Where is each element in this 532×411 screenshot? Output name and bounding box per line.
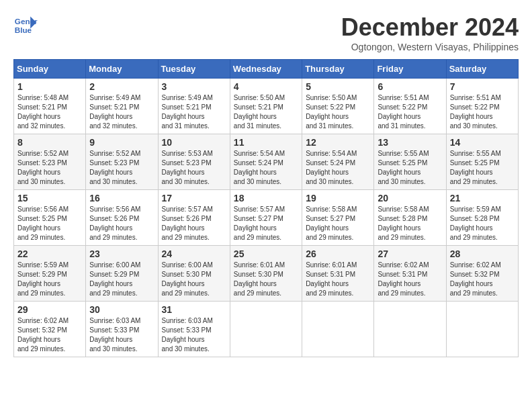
weekday-header-row: SundayMondayTuesdayWednesdayThursdayFrid… — [14, 60, 519, 79]
day-info: Sunrise: 5:58 AMSunset: 5:28 PMDaylight … — [378, 205, 429, 241]
day-number: 29 — [17, 304, 82, 315]
calendar-cell: 13 Sunrise: 5:55 AMSunset: 5:25 PMDaylig… — [374, 134, 446, 190]
day-number: 31 — [162, 304, 226, 315]
calendar-week-row: 8 Sunrise: 5:52 AMSunset: 5:23 PMDayligh… — [14, 134, 519, 190]
day-info: Sunrise: 5:51 AMSunset: 5:22 PMDaylight … — [378, 94, 429, 130]
weekday-header-monday: Monday — [86, 60, 158, 79]
day-number: 5 — [306, 81, 370, 92]
day-number: 10 — [162, 137, 226, 148]
calendar-cell: 31 Sunrise: 6:03 AMSunset: 5:33 PMDaylig… — [158, 302, 230, 357]
weekday-header-tuesday: Tuesday — [158, 60, 230, 79]
day-number: 16 — [89, 193, 154, 203]
day-info: Sunrise: 5:54 AMSunset: 5:24 PMDaylight … — [234, 150, 285, 185]
day-number: 14 — [450, 137, 515, 148]
day-number: 6 — [378, 81, 442, 92]
calendar-cell: 27 Sunrise: 6:02 AMSunset: 5:31 PMDaylig… — [374, 246, 446, 302]
day-info: Sunrise: 5:50 AMSunset: 5:21 PMDaylight … — [234, 94, 285, 130]
day-number: 25 — [234, 248, 298, 259]
day-info: Sunrise: 5:54 AMSunset: 5:24 PMDaylight … — [306, 150, 357, 185]
calendar-cell: 20 Sunrise: 5:58 AMSunset: 5:28 PMDaylig… — [374, 190, 446, 246]
calendar-cell: 18 Sunrise: 5:57 AMSunset: 5:27 PMDaylig… — [230, 190, 302, 246]
weekday-header-friday: Friday — [374, 60, 446, 79]
calendar-cell: 26 Sunrise: 6:01 AMSunset: 5:31 PMDaylig… — [302, 246, 374, 302]
calendar-cell: 10 Sunrise: 5:53 AMSunset: 5:23 PMDaylig… — [158, 134, 230, 190]
weekday-header-saturday: Saturday — [446, 60, 518, 79]
day-info: Sunrise: 5:55 AMSunset: 5:25 PMDaylight … — [450, 150, 501, 185]
day-number: 28 — [450, 248, 515, 259]
day-number: 4 — [234, 81, 298, 92]
calendar-cell: 28 Sunrise: 6:02 AMSunset: 5:32 PMDaylig… — [446, 246, 518, 302]
day-number: 3 — [162, 81, 226, 92]
day-info: Sunrise: 5:48 AMSunset: 5:21 PMDaylight … — [17, 94, 69, 130]
day-number: 7 — [450, 81, 515, 92]
day-number: 22 — [17, 248, 82, 259]
calendar-cell: 7 Sunrise: 5:51 AMSunset: 5:22 PMDayligh… — [446, 79, 518, 134]
page-header: General Blue December 2024 Ogtongon, Wes… — [13, 13, 519, 52]
calendar-cell: 19 Sunrise: 5:58 AMSunset: 5:27 PMDaylig… — [302, 190, 374, 246]
svg-text:Blue: Blue — [15, 26, 32, 34]
calendar-cell — [230, 302, 302, 357]
day-info: Sunrise: 6:02 AMSunset: 5:31 PMDaylight … — [378, 261, 429, 297]
calendar-cell: 8 Sunrise: 5:52 AMSunset: 5:23 PMDayligh… — [14, 134, 86, 190]
calendar-cell: 17 Sunrise: 5:57 AMSunset: 5:26 PMDaylig… — [158, 190, 230, 246]
day-number: 15 — [17, 193, 82, 203]
title-area: December 2024 Ogtongon, Western Visayas,… — [341, 13, 519, 52]
day-info: Sunrise: 5:58 AMSunset: 5:27 PMDaylight … — [306, 205, 357, 241]
day-number: 12 — [306, 137, 370, 148]
day-info: Sunrise: 5:55 AMSunset: 5:25 PMDaylight … — [378, 150, 429, 185]
day-info: Sunrise: 6:02 AMSunset: 5:32 PMDaylight … — [450, 261, 501, 297]
calendar-table: SundayMondayTuesdayWednesdayThursdayFrid… — [13, 59, 519, 357]
calendar-week-row: 1 Sunrise: 5:48 AMSunset: 5:21 PMDayligh… — [14, 79, 519, 134]
day-info: Sunrise: 5:53 AMSunset: 5:23 PMDaylight … — [162, 150, 213, 185]
day-number: 8 — [17, 137, 82, 148]
day-number: 11 — [234, 137, 298, 148]
weekday-header-sunday: Sunday — [14, 60, 86, 79]
calendar-week-row: 29 Sunrise: 6:02 AMSunset: 5:32 PMDaylig… — [14, 302, 519, 357]
day-info: Sunrise: 6:01 AMSunset: 5:31 PMDaylight … — [306, 261, 357, 297]
calendar-cell: 25 Sunrise: 6:01 AMSunset: 5:30 PMDaylig… — [230, 246, 302, 302]
calendar-cell: 29 Sunrise: 6:02 AMSunset: 5:32 PMDaylig… — [14, 302, 86, 357]
day-info: Sunrise: 6:00 AMSunset: 5:30 PMDaylight … — [162, 261, 213, 297]
day-info: Sunrise: 6:03 AMSunset: 5:33 PMDaylight … — [89, 317, 140, 353]
day-info: Sunrise: 5:49 AMSunset: 5:21 PMDaylight … — [162, 94, 213, 130]
day-number: 21 — [450, 193, 515, 203]
calendar-cell — [302, 302, 374, 357]
calendar-cell: 15 Sunrise: 5:56 AMSunset: 5:25 PMDaylig… — [14, 190, 86, 246]
day-info: Sunrise: 6:03 AMSunset: 5:33 PMDaylight … — [162, 317, 213, 353]
day-number: 9 — [89, 137, 154, 148]
calendar-cell: 6 Sunrise: 5:51 AMSunset: 5:22 PMDayligh… — [374, 79, 446, 134]
calendar-cell: 23 Sunrise: 6:00 AMSunset: 5:29 PMDaylig… — [86, 246, 158, 302]
calendar-cell: 22 Sunrise: 5:59 AMSunset: 5:29 PMDaylig… — [14, 246, 86, 302]
day-number: 13 — [378, 137, 442, 148]
day-number: 17 — [162, 193, 226, 203]
day-info: Sunrise: 5:56 AMSunset: 5:26 PMDaylight … — [89, 205, 140, 241]
day-info: Sunrise: 5:50 AMSunset: 5:22 PMDaylight … — [306, 94, 357, 130]
day-number: 26 — [306, 248, 370, 259]
day-info: Sunrise: 5:57 AMSunset: 5:27 PMDaylight … — [234, 205, 285, 241]
day-number: 24 — [162, 248, 226, 259]
weekday-header-wednesday: Wednesday — [230, 60, 302, 79]
day-number: 2 — [89, 81, 154, 92]
day-number: 23 — [89, 248, 154, 259]
calendar-week-row: 15 Sunrise: 5:56 AMSunset: 5:25 PMDaylig… — [14, 190, 519, 246]
day-info: Sunrise: 5:51 AMSunset: 5:22 PMDaylight … — [450, 94, 501, 130]
calendar-cell: 24 Sunrise: 6:00 AMSunset: 5:30 PMDaylig… — [158, 246, 230, 302]
calendar-cell: 9 Sunrise: 5:52 AMSunset: 5:23 PMDayligh… — [86, 134, 158, 190]
calendar-cell: 16 Sunrise: 5:56 AMSunset: 5:26 PMDaylig… — [86, 190, 158, 246]
calendar-cell: 2 Sunrise: 5:49 AMSunset: 5:21 PMDayligh… — [86, 79, 158, 134]
calendar-cell: 4 Sunrise: 5:50 AMSunset: 5:21 PMDayligh… — [230, 79, 302, 134]
location-subtitle: Ogtongon, Western Visayas, Philippines — [341, 42, 519, 52]
calendar-cell — [446, 302, 518, 357]
calendar-week-row: 22 Sunrise: 5:59 AMSunset: 5:29 PMDaylig… — [14, 246, 519, 302]
day-number: 27 — [378, 248, 442, 259]
calendar-cell: 21 Sunrise: 5:59 AMSunset: 5:28 PMDaylig… — [446, 190, 518, 246]
day-info: Sunrise: 6:01 AMSunset: 5:30 PMDaylight … — [234, 261, 285, 297]
day-info: Sunrise: 5:59 AMSunset: 5:29 PMDaylight … — [17, 261, 69, 297]
logo-icon: General Blue — [13, 13, 38, 38]
weekday-header-thursday: Thursday — [302, 60, 374, 79]
day-info: Sunrise: 5:56 AMSunset: 5:25 PMDaylight … — [17, 205, 69, 241]
calendar-cell: 30 Sunrise: 6:03 AMSunset: 5:33 PMDaylig… — [86, 302, 158, 357]
day-info: Sunrise: 5:57 AMSunset: 5:26 PMDaylight … — [162, 205, 213, 241]
calendar-cell: 1 Sunrise: 5:48 AMSunset: 5:21 PMDayligh… — [14, 79, 86, 134]
day-info: Sunrise: 6:02 AMSunset: 5:32 PMDaylight … — [17, 317, 69, 353]
